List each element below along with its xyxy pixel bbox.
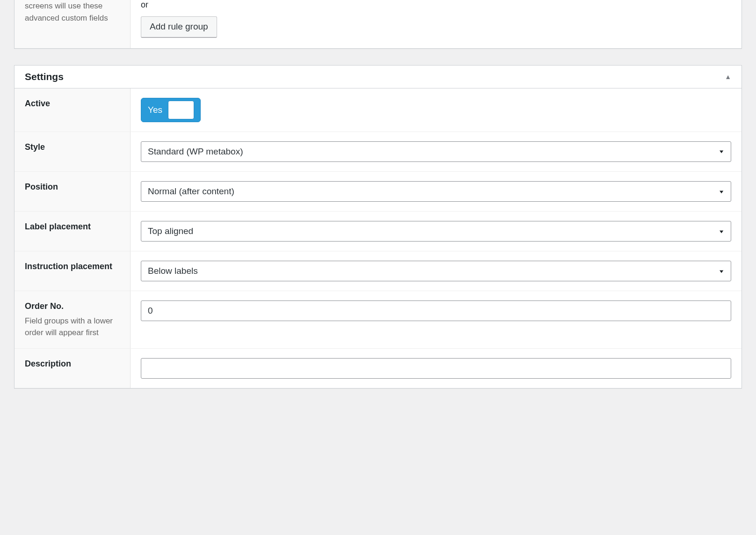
field-input-position: Normal (after content) (131, 172, 741, 211)
field-input-label-placement: Top aligned (131, 212, 741, 251)
field-row-instruction-placement: Instruction placement Below labels (15, 251, 741, 291)
order-no-description: Field groups with a lower order will app… (25, 315, 120, 339)
active-label: Active (25, 98, 120, 110)
position-select[interactable]: Normal (after content) (141, 181, 731, 202)
field-row-style: Style Standard (WP metabox) (15, 132, 741, 172)
field-row-description: Description (15, 349, 741, 388)
field-label-description: Description (15, 349, 131, 388)
collapse-icon[interactable]: ▲ (725, 73, 731, 81)
field-label-active: Active (15, 88, 131, 132)
style-label: Style (25, 141, 120, 153)
position-select-wrap: Normal (after content) (141, 181, 731, 202)
location-row: screens will use these advanced custom f… (15, 0, 741, 48)
active-toggle-handle (168, 101, 194, 119)
field-input-active: Yes (131, 88, 741, 132)
settings-header[interactable]: Settings ▲ (15, 66, 741, 88)
instruction-placement-select-wrap: Below labels (141, 261, 731, 281)
field-label-order-no: Order No. Field groups with a lower orde… (15, 291, 131, 348)
settings-metabox: Settings ▲ Active Yes Style Standard (WP… (14, 65, 742, 388)
settings-title: Settings (25, 71, 64, 82)
active-toggle[interactable]: Yes (141, 98, 201, 122)
field-label-style: Style (15, 132, 131, 171)
description-input[interactable] (141, 358, 731, 379)
field-label-instruction-placement: Instruction placement (15, 251, 131, 291)
position-label: Position (25, 181, 120, 193)
instruction-placement-select[interactable]: Below labels (141, 261, 731, 281)
field-input-style: Standard (WP metabox) (131, 132, 741, 171)
label-placement-select-wrap: Top aligned (141, 221, 731, 242)
or-separator: or (141, 0, 731, 10)
field-row-position: Position Normal (after content) (15, 172, 741, 212)
label-placement-label: Label placement (25, 221, 120, 233)
add-rule-group-button[interactable]: Add rule group (141, 16, 217, 38)
field-input-order-no (131, 291, 741, 348)
instruction-placement-label: Instruction placement (25, 261, 120, 272)
active-toggle-label: Yes (144, 105, 168, 115)
order-no-label: Order No. (25, 300, 120, 312)
field-row-label-placement: Label placement Top aligned (15, 212, 741, 251)
location-label-cell: screens will use these advanced custom f… (15, 0, 131, 48)
location-description-partial: screens will use these advanced custom f… (25, 0, 120, 25)
field-label-position: Position (15, 172, 131, 211)
order-no-input[interactable] (141, 300, 731, 321)
style-select-wrap: Standard (WP metabox) (141, 141, 731, 162)
style-select[interactable]: Standard (WP metabox) (141, 141, 731, 162)
label-placement-select[interactable]: Top aligned (141, 221, 731, 242)
field-row-order-no: Order No. Field groups with a lower orde… (15, 291, 741, 349)
field-row-active: Active Yes (15, 88, 741, 132)
description-label: Description (25, 358, 120, 370)
location-metabox: screens will use these advanced custom f… (14, 0, 742, 49)
field-input-instruction-placement: Below labels (131, 251, 741, 291)
field-label-label-placement: Label placement (15, 212, 131, 251)
location-input-cell: or Add rule group (131, 0, 741, 48)
field-input-description (131, 349, 741, 388)
